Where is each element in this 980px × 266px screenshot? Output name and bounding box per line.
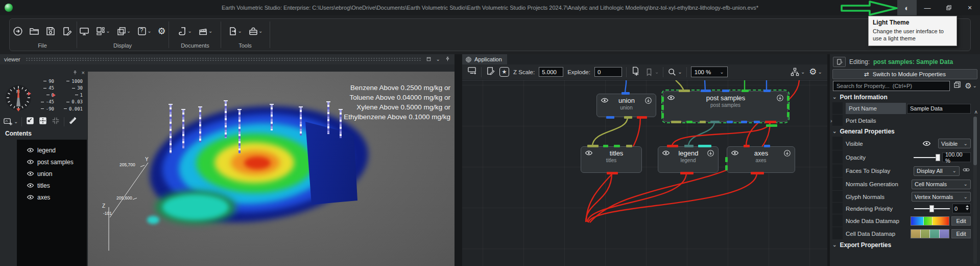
open-folder-button[interactable] xyxy=(29,26,39,36)
viewport-3d[interactable]: Y 205,700 205,600 Z -101 Benzene Above 0… xyxy=(88,72,455,266)
edit-module-button[interactable] xyxy=(833,57,846,67)
arrange-network-button[interactable]: ⌄ xyxy=(790,67,805,77)
port-details-label[interactable]: Port Details xyxy=(846,118,971,124)
maximize-panel-icon[interactable] xyxy=(426,56,432,63)
zoom-tool-button[interactable]: ⌄ xyxy=(667,68,682,77)
close-icon[interactable]: × xyxy=(82,70,85,76)
port-name-value[interactable]: Sample Data xyxy=(907,104,971,114)
minimize-button[interactable]: — xyxy=(917,0,938,15)
download-icon[interactable] xyxy=(707,149,714,157)
layout-button[interactable]: ⌄ xyxy=(95,26,110,36)
node-legend[interactable]: legend legend xyxy=(658,146,719,173)
eye-icon[interactable] xyxy=(667,94,675,102)
contents-item-titles[interactable]: titles xyxy=(17,180,87,191)
port[interactable] xyxy=(606,116,614,119)
contents-item-post-samples[interactable]: post samples xyxy=(17,156,87,168)
port[interactable] xyxy=(701,90,711,92)
eye-icon[interactable] xyxy=(922,139,931,148)
script-button[interactable]: ⌄ xyxy=(178,26,192,36)
download-icon[interactable] xyxy=(776,94,784,102)
add-viewer-button[interactable]: ⌄ xyxy=(3,117,18,126)
eye-icon[interactable] xyxy=(27,170,34,178)
save-button[interactable] xyxy=(45,26,56,36)
port[interactable] xyxy=(765,121,776,123)
section-port-information[interactable]: ⌄ Port Information xyxy=(830,92,980,102)
pin-icon[interactable] xyxy=(73,68,78,77)
add-module-button[interactable] xyxy=(631,66,640,78)
normals-generation-dropdown[interactable]: Cell Normals ⌄ xyxy=(912,180,971,189)
edit-notes-button[interactable] xyxy=(486,66,495,78)
port[interactable] xyxy=(698,145,711,147)
port[interactable] xyxy=(764,145,770,147)
rendering-priority-slider[interactable] xyxy=(914,205,950,213)
port[interactable] xyxy=(667,145,678,147)
zoom-level-dropdown[interactable]: 100 % ⌄ xyxy=(691,66,728,77)
port[interactable] xyxy=(626,145,632,147)
eye-icon[interactable] xyxy=(27,158,34,166)
contents-item-union[interactable]: union xyxy=(17,168,87,180)
port[interactable] xyxy=(607,172,618,174)
scale-marker[interactable] xyxy=(53,93,56,97)
eye-icon[interactable] xyxy=(27,193,34,201)
node-union[interactable]: union union xyxy=(596,94,656,117)
spin-up-icon[interactable] xyxy=(966,205,969,207)
port[interactable] xyxy=(624,116,632,119)
opacity-slider[interactable] xyxy=(914,153,940,162)
port[interactable] xyxy=(614,145,620,147)
port[interactable] xyxy=(763,90,771,92)
node-datamap-edit-button[interactable]: Edit xyxy=(951,216,971,226)
chevron-down-icon[interactable]: ⌄ xyxy=(436,57,440,62)
port[interactable] xyxy=(741,121,747,123)
help-button[interactable]: ?⌄ xyxy=(137,26,151,36)
spin-down-icon[interactable] xyxy=(966,208,969,210)
port[interactable] xyxy=(679,90,690,92)
glyph-normals-dropdown[interactable]: Vertex Normals ⌄ xyxy=(912,192,971,202)
port[interactable] xyxy=(661,97,664,102)
measure-ruler-button[interactable] xyxy=(68,116,78,127)
tilt-marker[interactable] xyxy=(28,92,31,96)
windows-button[interactable]: ⌄ xyxy=(116,26,131,36)
download-icon[interactable] xyxy=(783,149,791,157)
rendering-priority-spinner[interactable]: 0 xyxy=(952,204,971,213)
node-post-samples[interactable]: post samples post samples xyxy=(663,91,788,122)
export-document-button[interactable]: ⌄ xyxy=(228,26,242,36)
media-button[interactable]: ⌄ xyxy=(198,26,212,36)
splitter[interactable] xyxy=(455,54,462,266)
display-monitor-button[interactable] xyxy=(79,26,89,36)
eye-icon[interactable] xyxy=(662,149,670,157)
cell-datamap-swatch[interactable] xyxy=(911,229,949,238)
opacity-value[interactable]: 100.00 % xyxy=(942,152,971,162)
switch-to-module-properties-button[interactable]: ⇄ Switch to Module Properties xyxy=(832,69,977,79)
port[interactable] xyxy=(661,113,664,118)
port[interactable] xyxy=(587,145,599,147)
port[interactable] xyxy=(725,165,728,170)
eye-icon[interactable] xyxy=(585,149,593,157)
settings-gear-button[interactable]: ⚙ xyxy=(158,26,166,37)
eye-icon[interactable] xyxy=(27,146,34,154)
z-scale-input[interactable] xyxy=(539,67,563,77)
property-search-input[interactable] xyxy=(833,81,950,91)
expander-icon[interactable]: › xyxy=(830,118,832,124)
center-view-button[interactable] xyxy=(38,116,47,127)
port[interactable] xyxy=(787,104,790,109)
theme-toggle-button[interactable]: ◐ xyxy=(897,0,917,15)
port[interactable] xyxy=(787,112,790,117)
explode-input[interactable] xyxy=(594,67,622,77)
section-export-properties[interactable]: ⌄ Export Properties xyxy=(830,240,980,250)
eye-icon[interactable] xyxy=(731,149,739,157)
download-icon[interactable] xyxy=(644,97,652,104)
viewer-panel-header[interactable]: viewer ⌄ xyxy=(0,54,455,64)
port[interactable] xyxy=(622,92,630,95)
port[interactable] xyxy=(684,145,694,147)
port[interactable] xyxy=(680,172,694,174)
property-settings-button[interactable]: ⚙ ⌄ xyxy=(965,81,977,91)
pin-icon[interactable] xyxy=(445,56,450,63)
port[interactable] xyxy=(686,121,692,123)
port[interactable] xyxy=(751,172,764,174)
port[interactable] xyxy=(754,121,760,123)
node-datamap-swatch[interactable] xyxy=(911,216,949,226)
port[interactable] xyxy=(725,157,728,162)
port[interactable] xyxy=(742,90,749,92)
cell-datamap-edit-button[interactable]: Edit xyxy=(951,229,971,238)
eye-icon[interactable] xyxy=(601,96,609,104)
